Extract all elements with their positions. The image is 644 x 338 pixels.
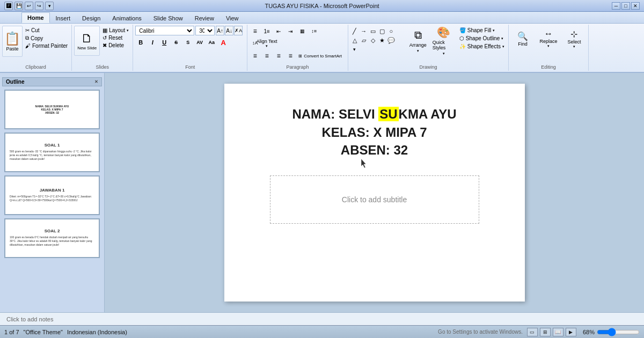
notes-bar[interactable]: Click to add notes [0,312,644,325]
quick-access-toolbar: 🅿 💾 ↩ ↪ ▾ [4,2,54,10]
shape-callout[interactable]: 💬 [387,36,396,45]
shape-effects-button[interactable]: ✨ Shape Effects ▾ [458,43,506,50]
shape-oval[interactable]: ○ [387,27,396,35]
font-group-label: Font [185,64,195,70]
line-spacing-button[interactable]: ↕≡ [309,26,319,36]
slide-thumbnail-4[interactable]: SOAL 2 100 gram es berada 0°C hendak diu… [4,218,100,258]
ribbon: 📋 Paste ✂ Cut ⧉ Copy 🖌 Format Painter Cl… [0,24,644,73]
more-quick-btn[interactable]: ▾ [45,2,54,10]
ribbon-group-paragraph: ≡ 1≡ ⇤ ⇥ ▦ ↕≡ ↕A Align Text ▾ ≡ ≡ ≡ ≡ [247,25,348,71]
font-family-select[interactable]: Calibri Arial Times New Roman [135,26,194,35]
reset-button[interactable]: ↺ Reset [101,34,130,41]
decrease-indent-button[interactable]: ⇤ [273,26,284,36]
align-right-button[interactable]: ≡ [273,50,284,61]
increase-font-button[interactable]: A↑ [216,26,224,35]
shape-more[interactable]: ▾ [350,45,359,54]
align-left-button[interactable]: ≡ [250,50,260,61]
slide-thumbnail-3[interactable]: JAWABAN 1 Diket: m=500gram T1=-32°C T2=-… [4,175,100,215]
zoom-slider[interactable] [597,329,640,335]
shape-diamond[interactable]: ◇ [369,36,377,45]
theme-info: "Office Theme" [24,329,63,335]
reading-view-button[interactable]: 📖 [553,328,564,336]
tab-insert[interactable]: Insert [50,13,77,23]
slide-thumb-content-2: SOAL 1 500 gram es berada -32 °C dipanas… [5,134,99,171]
slide-count: 1 of 7 [4,329,19,335]
quick-styles-button[interactable]: 🎨 Quick Styles ▾ [432,26,456,56]
bold-button[interactable]: B [135,37,146,48]
shadow-button[interactable]: S [182,37,193,48]
shape-triangle[interactable]: △ [350,36,359,45]
font-size-select[interactable]: 30 12 18 24 36 48 72 [195,26,215,35]
shape-fill-button[interactable]: 🪣 Shape Fill ▾ [458,27,506,34]
tab-review[interactable]: Review [189,13,220,23]
tab-slideshow[interactable]: Slide Show [148,13,189,23]
increase-indent-button[interactable]: ⇥ [285,26,296,36]
bullets-button[interactable]: ≡ [250,26,260,36]
slide-3-thumb-label: JAWABAN 1 [40,188,65,193]
convert-smartart-button[interactable]: ⊞ Convert to SmartArt [297,50,343,61]
strikethrough-button[interactable]: S [171,37,181,48]
tab-design[interactable]: Design [76,13,106,23]
clear-format-button[interactable]: ✗A [234,26,243,35]
slideshow-button[interactable]: ▶ [566,328,576,336]
slide-1-thumb-text: NAMA: SELVI SUKMA AYUKELAS: X MIPA 7ABSE… [35,105,69,114]
slide-title-area[interactable]: NAMA: SELVI SUKMA AYU KELAS: X MIPA 7 AB… [235,105,514,159]
undo-quick-btn[interactable]: ↩ [25,2,33,10]
justify-button[interactable]: ≡ [285,50,296,61]
align-text-button[interactable]: Align Text ▾ [261,38,272,49]
slide-thumbnail-2[interactable]: SOAL 1 500 gram es berada -32 °C dipanas… [4,133,100,172]
tab-view[interactable]: View [220,13,245,23]
find-button[interactable]: 🔍 Find [511,26,535,52]
decrease-font-button[interactable]: A↓ [225,26,233,35]
slide-canvas[interactable]: NAMA: SELVI SUKMA AYU KELAS: X MIPA 7 AB… [224,84,525,302]
title-text-before-highlight: NAMA: SELVI [292,107,378,121]
shape-arrow[interactable]: → [360,27,368,35]
cut-button[interactable]: ✂ Cut [24,27,69,34]
cut-icon: ✂ [25,27,30,33]
shape-rect[interactable]: ▭ [369,27,377,35]
app-icon: 🅿 [4,2,13,10]
shape-outline-button[interactable]: ⬡ Shape Outline ▾ [458,35,506,42]
tab-animations[interactable]: Animations [106,13,147,23]
col-button[interactable]: ▦ [297,26,308,36]
tab-home[interactable]: Home [21,12,50,23]
char-spacing-button[interactable]: AV [194,37,205,48]
zoom-level: 68% [583,329,595,335]
italic-button[interactable]: I [147,37,158,48]
paste-button[interactable]: 📋 Paste [2,26,23,57]
shape-parallelogram[interactable]: ▱ [360,36,368,45]
delete-button[interactable]: ✖ Delete [101,42,130,49]
shape-line[interactable]: ╱ [350,27,359,35]
redo-quick-btn[interactable]: ↪ [35,2,43,10]
font-color-button[interactable]: A [218,37,229,48]
change-case-button[interactable]: Aa [206,37,217,48]
slide-thumbnail-1[interactable]: NAMA: SELVI SUKMA AYUKELAS: X MIPA 7ABSE… [4,90,100,129]
maximize-button[interactable]: □ [621,2,630,10]
replace-button[interactable]: ↔ Replace ▾ [537,26,560,52]
select-button[interactable]: ⊹ Select ▾ [562,26,586,52]
arrange-dropdown-arrow: ▾ [417,49,419,53]
font-format-row: B I U S S AV Aa A [135,37,229,48]
underline-button[interactable]: U [159,37,170,48]
close-button[interactable]: ✕ [631,2,640,10]
numbering-button[interactable]: 1≡ [261,26,272,36]
new-slide-button[interactable]: 🗋 New Slide [74,26,100,56]
copy-button[interactable]: ⧉ Copy [24,34,69,42]
slide-subtitle-box[interactable]: Click to add subtitle [270,175,479,224]
slide-panel-close[interactable]: ✕ [94,79,98,84]
format-painter-button[interactable]: 🖌 Format Painter [24,42,69,49]
shape-star5[interactable]: ★ [378,36,386,45]
align-center-button[interactable]: ≡ [261,50,272,61]
save-quick-btn[interactable]: 💾 [14,2,23,10]
paste-icon: 📋 [4,31,20,46]
shape-effects-icon: ✨ [459,43,466,49]
arrange-button[interactable]: ⧉ Arrange ▾ [406,26,430,56]
normal-view-button[interactable]: ▭ [527,328,538,336]
slide-2-thumb-label: SOAL 1 [45,143,60,148]
shape-rrect[interactable]: ▢ [378,27,386,35]
svg-marker-0 [361,159,366,168]
layout-button[interactable]: ▦ Layout ▾ [101,27,130,34]
minimize-button[interactable]: ─ [612,2,620,10]
slide-sorter-button[interactable]: ⊞ [540,328,551,336]
replace-dropdown: ▾ [547,44,550,48]
